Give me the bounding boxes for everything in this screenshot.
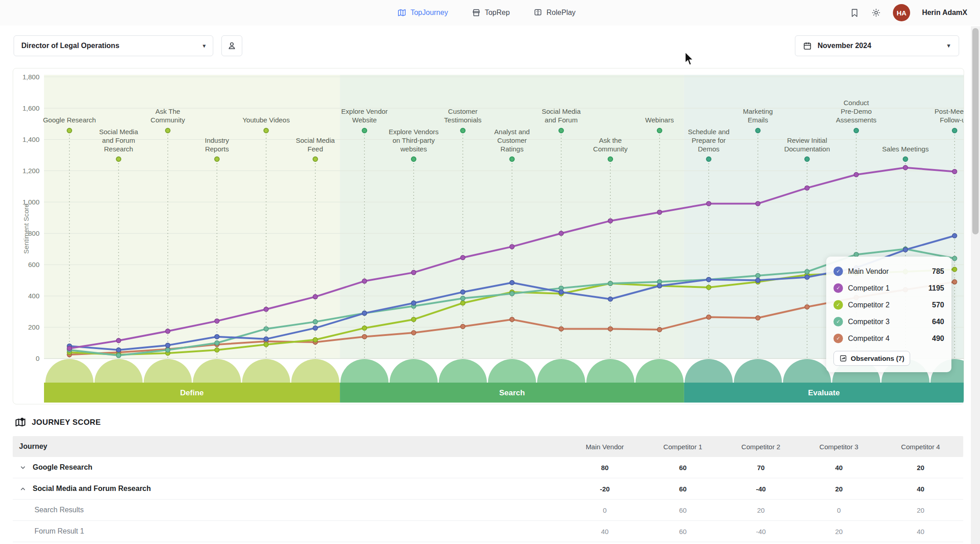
y-axis-tick: 1,000 [14,198,39,206]
cell-value: 40 [878,485,963,493]
legend-label: Competitor 2 [848,301,927,309]
milestone-label[interactable]: Ask TheCommunity [129,107,206,125]
series-dot-competitor-1: ✓ [833,283,843,293]
cell-value: -40 [722,485,800,493]
legend-value: 570 [932,301,944,309]
milestone-label[interactable]: Analyst andCustomerRatings [474,128,551,154]
cell-value: 60 [644,464,722,471]
col-competitor-4: Competitor 4 [878,443,963,451]
storefront-icon [471,8,480,17]
journey-chart: DefineSearchEvaluate Sentiment Score ✓ M… [13,68,964,404]
milestone-label[interactable]: IndustryReports [178,136,255,154]
nav-tab-label: TopJourney [411,9,448,17]
observations-label: Observations (7) [851,355,904,362]
table-header-row: Journey Main Vendor Competitor 1 Competi… [13,436,963,457]
legend-item-competitor-3[interactable]: ✓ Competitor 3 640 [833,313,944,330]
controls-row: Director of Legal Operations ▾ November … [0,25,980,65]
period-select[interactable]: November 2024 ▼ [795,35,959,56]
row-label: Social Media and Forum Research [33,485,566,493]
chevron-up-icon[interactable] [13,486,33,492]
col-competitor-2: Competitor 2 [722,443,800,451]
table-row[interactable]: Search Results 0 60 20 0 20 [13,500,963,521]
tab-topjourney[interactable]: TopJourney [397,8,448,17]
col-main-vendor: Main Vendor [566,443,644,451]
milestone-label[interactable]: CustomerTestimonials [424,107,501,125]
tab-toprep[interactable]: TopRep [471,8,510,17]
milestone-label[interactable]: Explore Vendorson Third-partywebsites [375,128,452,154]
cell-value: 20 [722,506,800,514]
cell-value: 20 [878,464,963,471]
journey-score-title-text: JOURNEY SCORE [32,418,101,427]
milestone-label[interactable]: Sales Meetings [867,145,944,154]
milestone-label[interactable]: Review InitialDocumentation [769,136,846,154]
nav-right-cluster: HA Herin AdamX [850,0,967,25]
y-axis-tick: 400 [14,292,39,300]
y-axis-tick: 600 [14,261,39,268]
user-name[interactable]: Herin AdamX [922,9,967,17]
cell-value: -20 [566,485,644,493]
chevron-down-icon: ▾ [203,43,206,49]
cell-value: 60 [644,528,722,535]
phase-label: Define [180,389,204,397]
chevron-down-icon: ▼ [946,43,951,49]
col-journey: Journey [13,442,566,451]
y-axis-title: Sentiment Score [22,197,30,261]
cell-value: 40 [878,528,963,535]
legend-label: Competitor 4 [848,335,927,343]
milestone-label[interactable]: Social Mediaand ForumResearch [80,128,157,154]
phase-label: Evaluate [808,389,840,397]
legend-label: Competitor 1 [848,284,923,292]
legend-item-competitor-4[interactable]: ✓ Competitor 4 490 [833,330,944,347]
table-row[interactable]: Forum Result 1 40 60 -40 20 40 [13,521,963,542]
milestone-label[interactable]: Post-MeetingFollow-up [916,107,964,125]
table-row[interactable]: Social Media and Forum Research -20 60 -… [13,478,963,500]
scrollbar-thumb[interactable] [972,28,979,234]
avatar[interactable]: HA [893,4,910,21]
tab-roleplay[interactable]: RolePlay [534,8,576,17]
milestone-label[interactable]: Webinars [621,116,698,125]
milestone-label[interactable]: Youtube Videos [228,116,305,125]
col-competitor-3: Competitor 3 [800,443,878,451]
app-window: TopJourney TopRep RolePlay [0,0,980,544]
milestone-label[interactable]: Explore VendorWebsite [326,107,403,125]
milestone-label[interactable]: Ask theCommunity [572,136,649,154]
persona-select[interactable]: Director of Legal Operations ▾ [14,35,213,56]
cell-value: 70 [722,464,800,471]
milestone-label[interactable]: Social MediaFeed [277,136,354,154]
chart-legend: ✓ Main Vendor 785 ✓ Competitor 1 1195 ✓ … [826,257,951,372]
chevron-down-icon[interactable] [13,464,33,471]
nav-tabs: TopJourney TopRep RolePlay [397,0,576,25]
series-dot-main-vendor: ✓ [833,267,843,276]
cell-value: 20 [800,485,878,493]
series-dot-competitor-3: ✓ [833,317,843,326]
legend-value: 640 [932,318,944,326]
y-axis-tick: 800 [14,229,39,237]
series-dot-competitor-2: ✓ [833,300,843,310]
cell-value: 20 [800,528,878,535]
milestone-label[interactable]: ConductPre-DemoAssessments [818,99,895,125]
book-icon [534,8,543,17]
legend-item-main-vendor[interactable]: ✓ Main Vendor 785 [833,263,944,280]
milestone-label[interactable]: Google Research [31,116,108,125]
phase-label: Search [499,389,525,397]
cell-value: 0 [800,506,878,514]
row-label: Google Research [33,463,566,471]
top-nav: TopJourney TopRep RolePlay [0,0,980,26]
milestone-label[interactable]: Schedule andPrepare forDemos [670,128,747,154]
bookmark-icon[interactable] [850,8,859,18]
persona-user-button[interactable] [221,35,242,56]
mouse-cursor [683,52,695,66]
milestone-label[interactable]: MarketingEmails [719,107,796,125]
legend-item-competitor-1[interactable]: ✓ Competitor 1 1195 [833,280,944,296]
y-axis-tick: 1,600 [14,104,39,112]
observations-button[interactable]: Observations (7) [833,351,910,366]
y-axis-tick: 0 [14,355,39,362]
gear-icon[interactable] [871,8,881,18]
legend-label: Main Vendor [848,267,927,276]
nav-tab-label: TopRep [485,9,510,17]
milestone-label[interactable]: Social Mediaand Forum [523,107,600,125]
legend-item-competitor-2[interactable]: ✓ Competitor 2 570 [833,296,944,313]
table-row[interactable]: Google Research 80 60 70 40 20 [13,457,963,478]
y-axis-tick: 1,200 [14,167,39,175]
y-axis-tick: 200 [14,323,39,331]
